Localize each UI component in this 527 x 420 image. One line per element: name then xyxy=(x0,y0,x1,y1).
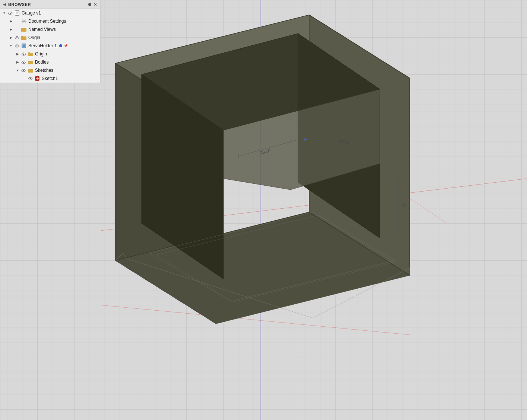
pin-icon-servoholder: 📌 xyxy=(64,44,68,48)
toggle-origin-inner[interactable]: ▶ xyxy=(15,51,20,57)
toggle-origin-top[interactable]: ▶ xyxy=(8,35,13,40)
browser-header: ◀ BROWSER ✕ xyxy=(0,0,100,9)
visibility-icon-gauge[interactable] xyxy=(7,10,13,16)
label-origin-top: Origin xyxy=(28,35,40,40)
type-icon-document-settings xyxy=(21,18,27,24)
type-icon-named-views xyxy=(21,26,27,32)
tree-item-bodies[interactable]: ▶Bodies xyxy=(0,58,100,66)
label-servoholder: ServoHolder:1 xyxy=(28,43,57,48)
svg-point-44 xyxy=(23,54,24,55)
svg-point-47 xyxy=(23,62,24,63)
browser-panel: ◀ BROWSER ✕ ▾Gauge v1▶Document Settings▶… xyxy=(0,0,101,83)
visibility-icon-sketches[interactable] xyxy=(21,68,26,73)
browser-close-icon[interactable]: ✕ xyxy=(93,2,97,7)
toggle-gauge[interactable]: ▾ xyxy=(1,10,7,16)
tree-item-gauge[interactable]: ▾Gauge v1 xyxy=(0,9,100,17)
browser-collapse-icon[interactable]: ◀ xyxy=(3,2,6,6)
type-icon-servoholder xyxy=(21,43,27,49)
tree-item-servoholder[interactable]: ▾ServoHolder:1📌 xyxy=(0,42,100,50)
label-named-views: Named Views xyxy=(28,27,56,32)
type-icon-gauge xyxy=(14,10,20,16)
type-icon-origin-top xyxy=(21,35,27,41)
visibility-icon-origin-top[interactable] xyxy=(14,35,19,40)
active-dot-servoholder xyxy=(59,44,62,47)
tree-item-sketches[interactable]: ▾Sketches xyxy=(0,66,100,74)
svg-rect-52 xyxy=(28,69,30,70)
label-document-settings: Document Settings xyxy=(28,19,66,24)
tree-item-origin-top[interactable]: ▶Origin xyxy=(0,33,100,42)
svg-point-50 xyxy=(23,70,24,71)
svg-point-38 xyxy=(16,37,18,38)
browser-dot-icon xyxy=(88,3,91,6)
svg-rect-49 xyxy=(28,61,30,62)
toggle-document-settings[interactable]: ▶ xyxy=(8,19,13,24)
toggle-servoholder[interactable]: ▾ xyxy=(8,43,13,48)
tree-container: ▾Gauge v1▶Document Settings▶Named Views▶… xyxy=(0,9,100,83)
svg-point-29 xyxy=(304,138,307,141)
svg-rect-31 xyxy=(15,11,19,16)
toggle-bodies[interactable]: ▶ xyxy=(15,60,20,65)
label-gauge: Gauge v1 xyxy=(22,10,41,16)
svg-rect-37 xyxy=(21,28,23,29)
tree-item-origin-inner[interactable]: ▶Origin xyxy=(0,50,100,58)
type-icon-sketches xyxy=(28,67,34,73)
label-origin-inner: Origin xyxy=(35,51,47,57)
svg-text:12: 12 xyxy=(401,203,406,207)
toggle-named-views[interactable]: ▶ xyxy=(8,27,13,32)
type-icon-sketch1 xyxy=(34,76,40,81)
label-sketch1: Sketch1 xyxy=(42,76,58,81)
svg-rect-40 xyxy=(21,36,23,37)
visibility-icon-sketch1[interactable] xyxy=(28,76,33,81)
svg-point-53 xyxy=(30,78,31,79)
svg-rect-46 xyxy=(28,52,30,54)
type-icon-bodies xyxy=(28,59,34,65)
tree-item-named-views[interactable]: ▶Named Views xyxy=(0,25,100,33)
visibility-icon-servoholder[interactable] xyxy=(14,43,19,48)
label-bodies: Bodies xyxy=(35,60,49,65)
svg-point-35 xyxy=(23,20,25,22)
tree-item-document-settings[interactable]: ▶Document Settings xyxy=(0,17,100,25)
label-sketches: Sketches xyxy=(35,68,53,73)
svg-point-30 xyxy=(10,13,11,14)
browser-title: BROWSER xyxy=(8,2,86,7)
toggle-sketches[interactable]: ▾ xyxy=(15,68,20,73)
tree-item-sketch1[interactable]: Sketch1 xyxy=(0,74,100,83)
visibility-icon-origin-inner[interactable] xyxy=(21,51,26,57)
type-icon-origin-inner xyxy=(28,51,34,57)
visibility-icon-bodies[interactable] xyxy=(21,60,26,65)
svg-point-41 xyxy=(16,45,18,47)
